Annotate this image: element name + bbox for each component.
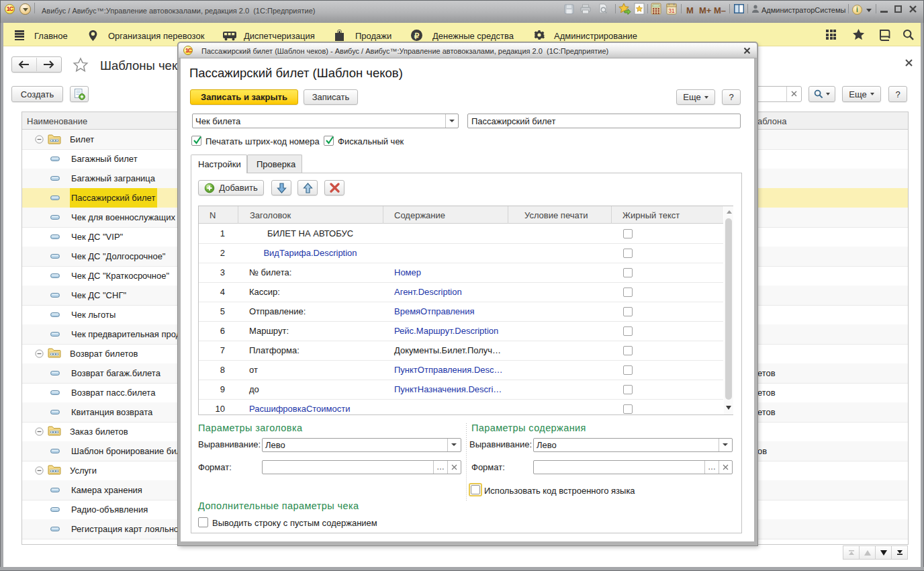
svg-text:31: 31 xyxy=(668,7,675,14)
